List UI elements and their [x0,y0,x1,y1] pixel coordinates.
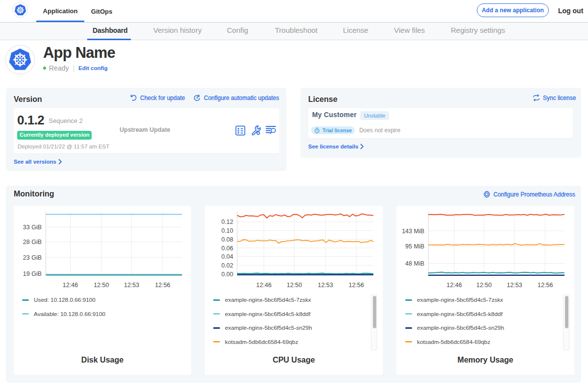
svg-text:23 GiB: 23 GiB [23,254,42,261]
svg-text:0.02: 0.02 [221,262,233,269]
svg-text:0.06: 0.06 [221,245,233,252]
svg-text:95 MiB: 95 MiB [405,243,424,250]
svg-text:28 GiB: 28 GiB [23,239,42,245]
svg-text:33 GiB: 33 GiB [23,224,42,231]
svg-text:12:46: 12:46 [446,282,462,289]
svg-text:0.04: 0.04 [221,253,233,260]
svg-text:12:50: 12:50 [476,282,491,289]
svg-text:0.10: 0.10 [221,227,233,234]
svg-text:0.08: 0.08 [221,236,233,243]
svg-text:0.00: 0.00 [221,271,233,278]
svg-text:143 MiB: 143 MiB [402,228,424,235]
svg-text:48 MiB: 48 MiB [405,260,424,267]
svg-text:19 GiB: 19 GiB [23,270,42,277]
svg-text:12:53: 12:53 [318,282,333,289]
svg-text:12:53: 12:53 [124,282,139,289]
svg-text:12:50: 12:50 [94,282,109,289]
svg-text:12:46: 12:46 [256,282,271,289]
svg-text:12:50: 12:50 [287,282,302,289]
svg-text:12:56: 12:56 [155,282,170,289]
svg-text:12:53: 12:53 [507,282,522,289]
svg-text:0.12: 0.12 [221,219,233,225]
svg-text:12:46: 12:46 [63,282,78,289]
svg-text:12:56: 12:56 [538,282,553,289]
svg-text:12:56: 12:56 [348,282,364,289]
